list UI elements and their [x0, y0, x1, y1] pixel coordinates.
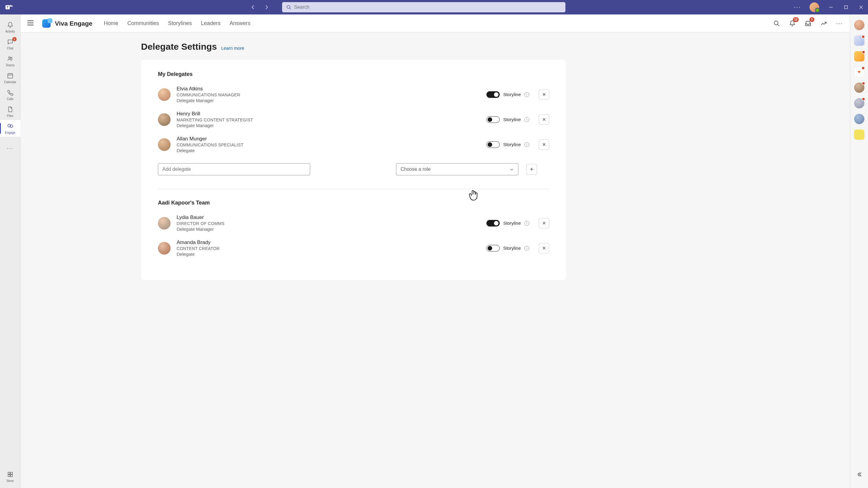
delegate-job-title: COMMUNICATIONS MANAGER	[177, 93, 487, 97]
nav-storylines[interactable]: Storylines	[168, 20, 192, 27]
rail-files[interactable]: Files	[0, 103, 21, 120]
rail-chat[interactable]: 1 Chat	[0, 36, 21, 53]
rail-engage[interactable]: Engage	[0, 120, 21, 137]
notif-badge: 12	[793, 17, 799, 22]
appbar-search-button[interactable]	[773, 20, 781, 27]
left-rail: Activity 1 Chat Teams Calendar Calls Fil…	[0, 14, 21, 488]
rail-more[interactable]: ···	[0, 140, 21, 157]
team-heading: Aadi Kapoor's Team	[158, 200, 549, 206]
svg-rect-18	[8, 472, 10, 474]
storyline-toggle[interactable]	[487, 91, 500, 98]
nav-forward-button[interactable]	[263, 4, 270, 11]
rail-calls[interactable]: Calls	[0, 86, 21, 103]
profile-avatar[interactable]	[809, 2, 819, 12]
remove-delegate-button[interactable]: ✕	[539, 90, 549, 100]
remove-delegate-button[interactable]: ✕	[539, 139, 549, 150]
svg-rect-12	[7, 73, 13, 78]
right-rail-app[interactable]	[854, 36, 864, 46]
page-title: Delegate Settings	[141, 41, 217, 52]
svg-rect-20	[8, 475, 10, 476]
svg-rect-19	[10, 472, 12, 474]
appbar-more-button[interactable]: ···	[835, 20, 843, 27]
right-rail-app[interactable]	[854, 51, 864, 61]
delegate-role: Delegate	[177, 148, 487, 153]
titlebar: T ···	[0, 0, 868, 14]
info-icon[interactable]: i	[524, 117, 529, 122]
storyline-label: Storyline	[503, 221, 521, 226]
storyline-toggle[interactable]	[487, 116, 500, 123]
analytics-icon	[820, 20, 827, 27]
search-input[interactable]	[294, 4, 561, 10]
storyline-toggle[interactable]	[487, 220, 500, 227]
nav-home[interactable]: Home	[104, 20, 119, 27]
svg-point-3	[11, 5, 13, 7]
svg-point-25	[774, 21, 778, 25]
right-rail-app[interactable]	[854, 130, 864, 140]
add-delegate-input[interactable]	[158, 163, 310, 175]
role-select-label: Choose a role	[401, 167, 431, 172]
nav-communities[interactable]: Communities	[127, 20, 159, 27]
delegate-avatar	[158, 138, 170, 151]
delegate-job-title: CONTENT CREATOR	[177, 246, 487, 251]
window-maximize-button[interactable]	[843, 4, 849, 10]
appbar-inbox-button[interactable]: 5	[804, 20, 812, 27]
rail-store[interactable]: Store	[0, 468, 21, 485]
file-icon	[7, 106, 14, 113]
right-rail-contact[interactable]	[854, 114, 864, 124]
remove-delegate-button[interactable]: ✕	[539, 218, 549, 228]
appbar-notifications-button[interactable]: 12	[788, 20, 796, 27]
brand-title: Viva Engage	[55, 20, 93, 27]
info-icon[interactable]: i	[524, 142, 529, 147]
chevron-down-icon	[510, 167, 514, 171]
delegate-job-title: MARKETING CONTENT STRATEGIST	[177, 118, 487, 122]
delegate-role: Delegate	[177, 252, 487, 257]
teams-app-icon: T	[4, 2, 14, 13]
search-icon	[773, 20, 780, 27]
info-icon[interactable]: i	[524, 246, 529, 251]
delegate-name: Amanda Brady	[177, 239, 487, 246]
rail-activity[interactable]: Activity	[0, 19, 21, 36]
window-minimize-button[interactable]	[828, 4, 834, 10]
page-body: Delegate Settings Learn more My Delegate…	[21, 33, 850, 488]
right-rail-contact[interactable]	[854, 98, 864, 108]
svg-line-5	[290, 8, 291, 9]
info-icon[interactable]: i	[524, 92, 529, 97]
right-rail-contact[interactable]	[854, 83, 864, 93]
viva-engage-logo	[42, 19, 51, 28]
window-close-button[interactable]	[858, 4, 864, 10]
svg-point-4	[287, 5, 290, 8]
nav-leaders[interactable]: Leaders	[201, 20, 221, 27]
storyline-label: Storyline	[503, 92, 521, 97]
delegate-name: Henry Brill	[177, 111, 487, 117]
choose-role-select[interactable]: Choose a role	[396, 163, 518, 175]
titlebar-more-button[interactable]: ···	[794, 3, 801, 11]
storyline-label: Storyline	[503, 246, 521, 251]
add-delegate-button[interactable]: +	[526, 164, 537, 175]
rail-calendar[interactable]: Calendar	[0, 69, 21, 86]
right-rail-collapse-button[interactable]	[856, 471, 863, 479]
right-rail-contact[interactable]	[854, 20, 864, 30]
svg-point-11	[10, 57, 12, 59]
delegate-row: Lydia Bauer DIRECTOR OF COMMS Delegate M…	[158, 212, 549, 237]
app-bar: Viva Engage Home Communities Storylines …	[21, 14, 850, 33]
store-icon	[7, 471, 14, 478]
nav-back-button[interactable]	[250, 4, 257, 11]
rail-teams[interactable]: Teams	[0, 53, 21, 69]
remove-delegate-button[interactable]: ✕	[539, 243, 549, 253]
storyline-toggle[interactable]	[487, 245, 500, 252]
svg-line-26	[778, 24, 779, 26]
remove-delegate-button[interactable]: ✕	[539, 115, 549, 125]
inbox-badge: 5	[809, 17, 814, 22]
delegate-avatar	[158, 217, 170, 230]
info-icon[interactable]: i	[524, 221, 529, 226]
learn-more-link[interactable]: Learn more	[221, 45, 244, 51]
storyline-toggle[interactable]	[487, 141, 500, 148]
right-rail-app[interactable]: ♥	[854, 67, 864, 77]
chat-badge: 1	[12, 37, 17, 41]
hamburger-button[interactable]	[27, 20, 35, 27]
appbar-analytics-button[interactable]	[820, 20, 828, 27]
bell-icon	[7, 22, 14, 29]
search-box[interactable]	[282, 2, 565, 12]
svg-point-10	[8, 57, 10, 59]
nav-answers[interactable]: Answers	[230, 20, 250, 27]
